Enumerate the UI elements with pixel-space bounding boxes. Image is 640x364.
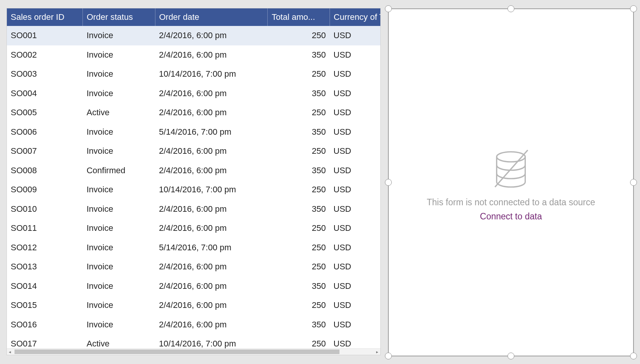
cell-sales-order-id: SO012 xyxy=(7,243,83,253)
table-row[interactable]: SO001Invoice2/4/2016, 6:00 pm250USD xyxy=(7,26,380,45)
cell-sales-order-id: SO004 xyxy=(7,89,83,98)
table-row[interactable]: SO006Invoice5/14/2016, 7:00 pm350USD xyxy=(7,122,380,142)
cell-total-amount: 350 xyxy=(268,127,330,137)
cell-sales-order-id: SO017 xyxy=(7,339,83,348)
cell-sales-order-id: SO013 xyxy=(7,262,83,272)
table-row[interactable]: SO003Invoice10/14/2016, 7:00 pm250USD xyxy=(7,64,380,84)
connect-to-data-link[interactable]: Connect to data xyxy=(480,211,542,222)
resize-handle-middle-right[interactable] xyxy=(630,179,637,186)
table-row[interactable]: SO002Invoice2/4/2016, 6:00 pm350USD xyxy=(7,45,380,65)
cell-order-date: 2/4/2016, 6:00 pm xyxy=(155,50,268,60)
column-header-sales-order-id[interactable]: Sales order ID xyxy=(7,8,82,26)
cell-order-date: 2/4/2016, 6:00 pm xyxy=(155,281,268,291)
cell-order-date: 2/4/2016, 6:00 pm xyxy=(155,320,268,330)
table-row[interactable]: SO007Invoice2/4/2016, 6:00 pm250USD xyxy=(7,142,380,161)
cell-order-status: Invoice xyxy=(83,281,155,291)
cell-total-amount: 350 xyxy=(268,204,330,214)
grid-scroll-area[interactable]: SO001Invoice2/4/2016, 6:00 pm250USDSO002… xyxy=(7,26,380,348)
cell-order-status: Invoice xyxy=(83,300,155,310)
table-row[interactable]: SO008Confirmed2/4/2016, 6:00 pm350USD xyxy=(7,161,380,180)
table-row[interactable]: SO012Invoice5/14/2016, 7:00 pm250USD xyxy=(7,238,380,258)
cell-total-amount: 250 xyxy=(268,31,330,40)
cell-sales-order-id: SO016 xyxy=(7,320,83,330)
cell-sales-order-id: SO006 xyxy=(7,127,83,137)
cell-total-amount: 250 xyxy=(268,300,330,310)
column-header-order-status[interactable]: Order status xyxy=(82,8,155,26)
cell-total-amount: 250 xyxy=(268,108,330,118)
cell-order-date: 5/14/2016, 7:00 pm xyxy=(155,127,268,137)
cell-order-date: 2/4/2016, 6:00 pm xyxy=(155,108,268,118)
resize-handle-top-left[interactable] xyxy=(385,5,392,12)
cell-sales-order-id: SO002 xyxy=(7,50,83,60)
table-row[interactable]: SO009Invoice10/14/2016, 7:00 pm250USD xyxy=(7,180,380,200)
column-header-order-date[interactable]: Order date xyxy=(155,8,268,26)
cell-currency: USD xyxy=(330,339,380,348)
sales-order-grid: Sales order ID Order status Order date T… xyxy=(7,8,380,355)
table-row[interactable]: SO014Invoice2/4/2016, 6:00 pm350USD xyxy=(7,277,380,296)
table-row[interactable]: SO004Invoice2/4/2016, 6:00 pm350USD xyxy=(7,84,380,103)
cell-currency: USD xyxy=(330,204,380,214)
column-header-currency[interactable]: Currency of T xyxy=(330,8,380,26)
table-row[interactable]: SO013Invoice2/4/2016, 6:00 pm250USD xyxy=(7,257,380,277)
cell-sales-order-id: SO005 xyxy=(7,108,83,118)
cell-total-amount: 350 xyxy=(268,50,330,60)
table-row[interactable]: SO005Active2/4/2016, 6:00 pm250USD xyxy=(7,103,380,122)
cell-order-status: Invoice xyxy=(83,89,155,98)
resize-handle-bottom-center[interactable] xyxy=(507,353,514,359)
cell-currency: USD xyxy=(330,243,380,253)
table-row[interactable]: SO015Invoice2/4/2016, 6:00 pm250USD xyxy=(7,296,380,315)
cell-currency: USD xyxy=(330,281,380,291)
cell-order-status: Invoice xyxy=(83,262,155,272)
cell-currency: USD xyxy=(330,50,380,60)
cell-order-status: Active xyxy=(83,339,155,348)
cell-total-amount: 350 xyxy=(268,320,330,330)
cell-currency: USD xyxy=(330,300,380,310)
cell-currency: USD xyxy=(330,89,380,98)
grid-header-row: Sales order ID Order status Order date T… xyxy=(7,8,380,26)
cell-sales-order-id: SO003 xyxy=(7,69,83,79)
resize-handle-bottom-left[interactable] xyxy=(385,353,392,359)
cell-total-amount: 350 xyxy=(268,89,330,98)
scroll-horizontal-thumb[interactable] xyxy=(15,350,339,354)
cell-order-status: Invoice xyxy=(83,243,155,253)
cell-order-date: 10/14/2016, 7:00 pm xyxy=(155,339,268,348)
database-disconnected-icon xyxy=(490,148,532,190)
resize-handle-top-right[interactable] xyxy=(630,5,637,12)
cell-order-date: 2/4/2016, 6:00 pm xyxy=(155,89,268,98)
cell-total-amount: 250 xyxy=(268,243,330,253)
cell-sales-order-id: SO001 xyxy=(7,31,83,40)
form-empty-state: This form is not connected to a data sou… xyxy=(389,148,633,222)
cell-sales-order-id: SO011 xyxy=(7,223,83,233)
cell-currency: USD xyxy=(330,69,380,79)
resize-handle-middle-left[interactable] xyxy=(385,179,392,186)
grid-horizontal-scrollbar[interactable]: ◂ ▸ xyxy=(7,348,380,355)
cell-total-amount: 250 xyxy=(268,69,330,79)
resize-handle-top-center[interactable] xyxy=(507,5,514,12)
scroll-left-arrow-icon[interactable]: ◂ xyxy=(7,349,13,355)
cell-order-status: Invoice xyxy=(83,185,155,195)
cell-total-amount: 250 xyxy=(268,185,330,195)
table-row[interactable]: SO010Invoice2/4/2016, 6:00 pm350USD xyxy=(7,200,380,219)
cell-order-date: 2/4/2016, 6:00 pm xyxy=(155,262,268,272)
cell-order-status: Invoice xyxy=(83,127,155,137)
cell-sales-order-id: SO008 xyxy=(7,166,83,176)
cell-order-date: 2/4/2016, 6:00 pm xyxy=(155,166,268,176)
cell-currency: USD xyxy=(330,146,380,156)
resize-handle-bottom-right[interactable] xyxy=(630,353,637,359)
cell-currency: USD xyxy=(330,31,380,40)
form-control[interactable]: This form is not connected to a data sou… xyxy=(388,8,634,356)
cell-total-amount: 350 xyxy=(268,166,330,176)
cell-order-date: 10/14/2016, 7:00 pm xyxy=(155,69,268,79)
scroll-right-arrow-icon[interactable]: ▸ xyxy=(374,349,380,355)
cell-sales-order-id: SO015 xyxy=(7,300,83,310)
table-row[interactable]: SO011Invoice2/4/2016, 6:00 pm250USD xyxy=(7,219,380,238)
cell-currency: USD xyxy=(330,223,380,233)
scroll-horizontal-track[interactable] xyxy=(13,349,374,355)
cell-order-status: Active xyxy=(83,108,155,118)
cell-order-status: Confirmed xyxy=(83,166,155,176)
table-row[interactable]: SO016Invoice2/4/2016, 6:00 pm350USD xyxy=(7,315,380,335)
cell-order-status: Invoice xyxy=(83,31,155,40)
column-header-total-amount[interactable]: Total amo... xyxy=(267,8,329,26)
cell-currency: USD xyxy=(330,185,380,195)
table-row[interactable]: SO017Active10/14/2016, 7:00 pm250USD xyxy=(7,334,380,348)
